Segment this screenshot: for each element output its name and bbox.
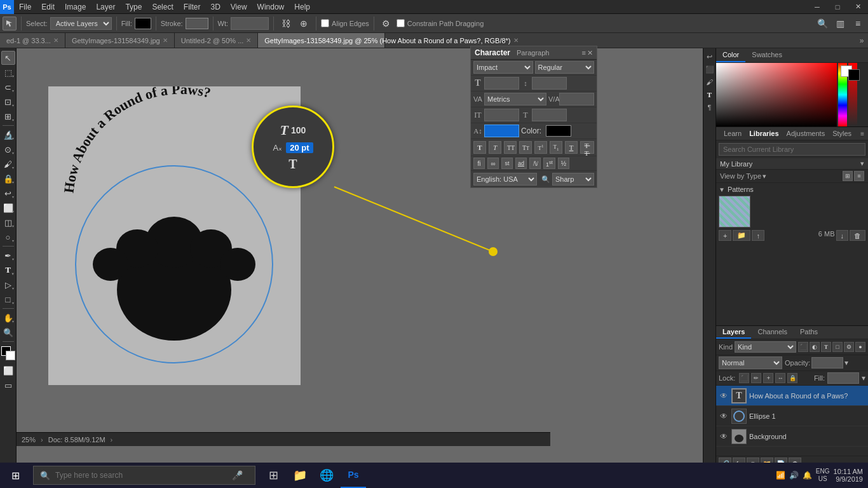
char-frac-btn[interactable]: ½ (558, 158, 569, 169)
layer-row-ellipse[interactable]: 👁 Ellipse 1 (716, 406, 868, 426)
library-chevron[interactable]: ▾ (860, 159, 864, 168)
char-super-btn[interactable]: T1 (534, 141, 547, 154)
layer-visibility-bg[interactable]: 👁 (719, 431, 729, 442)
type-tool[interactable]: T▾ (1, 263, 15, 277)
patterns-toggle[interactable]: ▼ (719, 186, 725, 193)
char-underline-btn[interactable]: T (565, 141, 578, 154)
layers-tab[interactable]: Layers (716, 326, 751, 339)
learn-btn[interactable]: Learn (720, 128, 745, 139)
minimize-button[interactable]: ─ (807, 0, 827, 14)
delete-pattern-btn[interactable]: 🗑 (850, 230, 865, 241)
close-button[interactable]: ✕ (848, 0, 868, 14)
char-strike-btn[interactable]: T T (580, 141, 594, 154)
filter-pixel[interactable]: ⬛ (798, 342, 808, 352)
char-size-input[interactable]: 30 pt (484, 77, 519, 90)
maximize-button[interactable]: □ (827, 0, 848, 14)
menu-type[interactable]: Type (120, 0, 147, 14)
bg-swatch[interactable] (6, 351, 15, 360)
lock-artboard[interactable]: + (763, 373, 773, 383)
menu-view[interactable]: View (226, 0, 252, 14)
layer-visibility-ellipse[interactable]: 👁 (719, 411, 729, 421)
filter-dot[interactable]: ● (855, 342, 865, 352)
layer-visibility-text[interactable]: 👁 (719, 391, 729, 401)
rsp-paragraph-btn[interactable]: ¶ (704, 102, 715, 113)
screen-mode-btn[interactable]: ▭ (1, 378, 15, 392)
char-kern-select[interactable]: Metrics (484, 93, 546, 105)
char-bold-btn[interactable]: T (473, 141, 486, 154)
filter-type[interactable]: T (821, 342, 831, 352)
stamp-tool[interactable]: 🔒▾ (1, 172, 15, 186)
tab-0-close[interactable]: ✕ (53, 37, 58, 44)
channels-tab[interactable]: Channels (751, 326, 793, 339)
layer-row-background[interactable]: 👁 Background (716, 426, 868, 447)
stroke-swatch[interactable] (186, 18, 208, 29)
network-icon[interactable]: 📶 (776, 471, 785, 480)
folder-pattern-btn[interactable]: 📁 (733, 230, 750, 241)
char-baseline-input[interactable]: 20 pt (484, 125, 519, 137)
lasso-tool[interactable]: ⊂▾ (1, 80, 15, 94)
search-icon[interactable]: 🔍 (815, 16, 830, 31)
char-st-btn[interactable]: st (501, 158, 513, 169)
color-tab[interactable]: Color (716, 48, 745, 62)
styles-btn[interactable]: Styles (829, 128, 855, 139)
volume-icon[interactable]: 🔊 (789, 471, 799, 480)
download-pattern-btn[interactable]: ↓ (836, 230, 849, 241)
char-lang-select[interactable]: English: USA (473, 173, 537, 186)
object-select-tool[interactable]: ⊡▾ (1, 95, 15, 109)
add-pattern-btn[interactable]: + (719, 230, 731, 241)
rsp-history-btn[interactable]: ↩ (704, 51, 715, 62)
layer-row-text[interactable]: 👁 T How About a Round of a Paws? (716, 386, 868, 406)
history-brush-tool[interactable]: ↩▾ (1, 186, 15, 200)
char-track-input[interactable]: 0 (559, 93, 594, 105)
view-type-chevron[interactable]: ▾ (763, 172, 766, 180)
status-arrow-2[interactable]: › (111, 436, 113, 444)
quick-mask-btn[interactable]: ⬜ (1, 363, 15, 377)
menu-layer[interactable]: Layer (91, 0, 120, 14)
constrain-checkbox[interactable] (397, 19, 405, 27)
status-arrow[interactable]: › (41, 436, 43, 444)
settings-icon[interactable]: ⚙ (379, 16, 394, 31)
color-gradient-main[interactable] (716, 63, 837, 126)
transform-icon[interactable]: ⊕ (296, 16, 311, 31)
menu-select[interactable]: Select (147, 0, 178, 14)
color-bg-mini[interactable] (848, 69, 860, 81)
arrange-icon[interactable]: ▥ (832, 16, 848, 31)
menu-3d[interactable]: 3D (205, 0, 225, 14)
crop-tool[interactable]: ⊞▾ (1, 109, 15, 123)
char-italic2-btn[interactable]: ℕ (529, 158, 541, 169)
adjustments-btn[interactable]: Adjustments (783, 128, 829, 139)
select-rect-tool[interactable]: ⬚▾ (1, 65, 15, 79)
char-font-family-select[interactable]: Impact (473, 61, 533, 74)
char-italic-btn[interactable]: T (489, 141, 501, 154)
filter-shape[interactable]: □ (832, 342, 843, 352)
rsp-brush-btn[interactable]: 🖌 (704, 76, 715, 88)
library-search-input[interactable] (719, 143, 865, 156)
char-ordinal-btn[interactable]: 1st (543, 158, 555, 169)
char-sub-btn[interactable]: T1 (550, 141, 562, 154)
tab-overflow[interactable]: » (855, 33, 868, 48)
taskbar-task-view[interactable]: ⊞ (261, 463, 286, 488)
menu-window[interactable]: Window (252, 0, 290, 14)
tab-3-close[interactable]: ✕ (513, 37, 519, 44)
hand-tool[interactable]: ✋▾ (1, 311, 15, 325)
path-select-tool[interactable]: ▷▾ (1, 278, 15, 292)
char-ad-btn[interactable]: ad (515, 158, 527, 169)
char-ligature-btn[interactable]: ∞ (487, 158, 499, 169)
libraries-btn[interactable]: Libraries (745, 128, 782, 139)
fill-input[interactable]: 100% (827, 372, 859, 384)
char-color-box[interactable] (546, 125, 571, 137)
eyedropper-tool[interactable]: 🔬▾ (1, 128, 15, 142)
search-input[interactable] (55, 471, 227, 480)
char-fi-btn[interactable]: fi (473, 158, 485, 169)
tab-3[interactable]: GettyImages-131584349.jpg @ 25% (How Abo… (258, 33, 385, 48)
start-button[interactable]: ⊞ (0, 463, 31, 488)
move-tool[interactable]: ↖ (1, 51, 15, 65)
char-panel-menu[interactable]: ≡ (582, 49, 586, 57)
eraser-tool[interactable]: ⬜▾ (1, 201, 15, 215)
align-edges-checkbox[interactable] (321, 19, 329, 27)
grid-view-icon[interactable]: ⊞ (843, 171, 853, 181)
more-icon[interactable]: ≡ (850, 16, 865, 31)
fill-swatch[interactable] (135, 18, 151, 29)
menu-image[interactable]: Image (60, 0, 91, 14)
rsp-char-btn[interactable]: T (704, 89, 715, 100)
